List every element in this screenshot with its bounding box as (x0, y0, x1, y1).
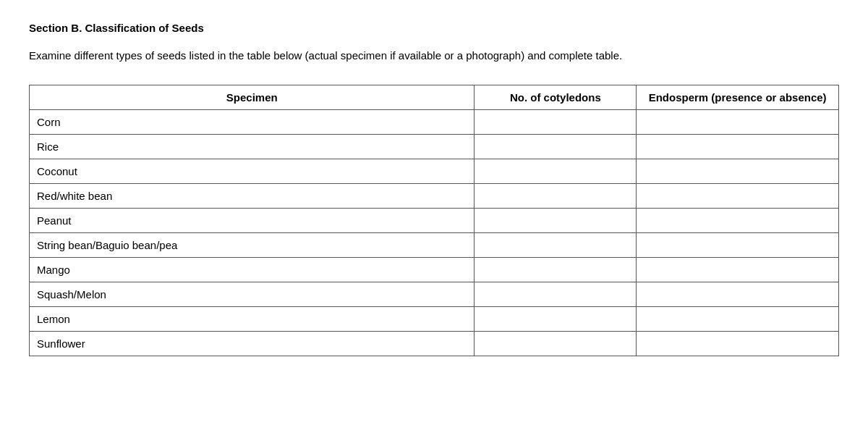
cell-cotyledons[interactable] (475, 233, 637, 258)
table-header-row: Specimen No. of cotyledons Endosperm (pr… (30, 85, 839, 110)
cell-specimen: String bean/Baguio bean/pea (30, 233, 475, 258)
cell-cotyledons[interactable] (475, 135, 637, 159)
cell-cotyledons[interactable] (475, 159, 637, 184)
cell-endosperm[interactable] (637, 159, 839, 184)
cell-cotyledons[interactable] (475, 258, 637, 282)
cell-cotyledons[interactable] (475, 282, 637, 307)
table-row: String bean/Baguio bean/pea (30, 233, 839, 258)
header-specimen: Specimen (30, 85, 475, 110)
table-row: Corn (30, 110, 839, 135)
cell-endosperm[interactable] (637, 258, 839, 282)
cell-cotyledons[interactable] (475, 184, 637, 209)
cell-specimen: Corn (30, 110, 475, 135)
table-row: Squash/Melon (30, 282, 839, 307)
header-cotyledons: No. of cotyledons (475, 85, 637, 110)
table-row: Rice (30, 135, 839, 159)
cell-specimen: Red/white bean (30, 184, 475, 209)
cell-cotyledons[interactable] (475, 110, 637, 135)
cell-endosperm[interactable] (637, 332, 839, 356)
table-row: Peanut (30, 209, 839, 233)
cell-endosperm[interactable] (637, 282, 839, 307)
cell-cotyledons[interactable] (475, 332, 637, 356)
cell-endosperm[interactable] (637, 110, 839, 135)
cell-endosperm[interactable] (637, 209, 839, 233)
table-row: Lemon (30, 307, 839, 332)
cell-endosperm[interactable] (637, 233, 839, 258)
table-row: Red/white bean (30, 184, 839, 209)
header-endosperm: Endosperm (presence or absence) (637, 85, 839, 110)
cell-specimen: Rice (30, 135, 475, 159)
cell-endosperm[interactable] (637, 184, 839, 209)
cell-specimen: Mango (30, 258, 475, 282)
intro-paragraph: Examine different types of seeds listed … (29, 47, 839, 64)
table-row: Sunflower (30, 332, 839, 356)
table-row: Mango (30, 258, 839, 282)
cell-specimen: Coconut (30, 159, 475, 184)
table-row: Coconut (30, 159, 839, 184)
section-title: Section B. Classification of Seeds (29, 22, 839, 34)
cell-specimen: Sunflower (30, 332, 475, 356)
cell-endosperm[interactable] (637, 135, 839, 159)
cell-specimen: Peanut (30, 209, 475, 233)
cell-endosperm[interactable] (637, 307, 839, 332)
cell-cotyledons[interactable] (475, 307, 637, 332)
cell-specimen: Lemon (30, 307, 475, 332)
cell-cotyledons[interactable] (475, 209, 637, 233)
cell-specimen: Squash/Melon (30, 282, 475, 307)
seeds-table: Specimen No. of cotyledons Endosperm (pr… (29, 85, 839, 356)
